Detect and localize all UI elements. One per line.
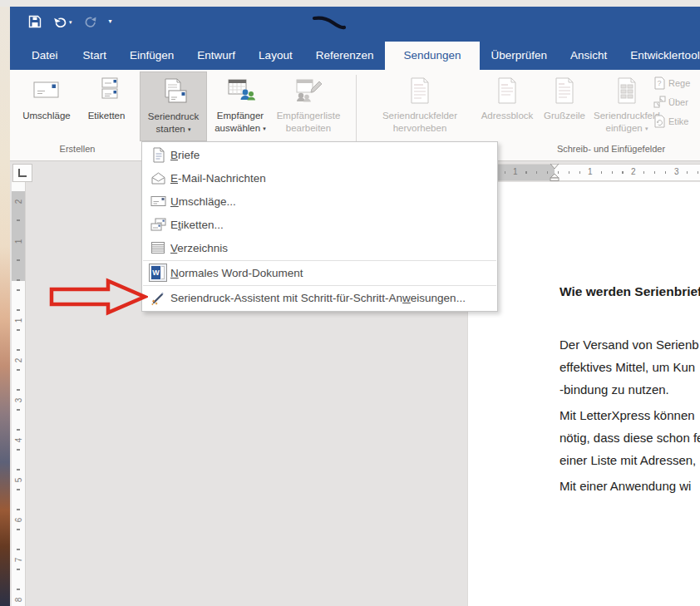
document-text-line: Mit LetterXpress können — [560, 408, 700, 422]
dropdown-caret-icon: ▾ — [263, 126, 266, 131]
grusszeile-button: Grußzeile — [539, 71, 590, 140]
adressblock-button: Adressblock — [474, 71, 540, 140]
greeting-line-icon — [552, 76, 577, 105]
vertical-ruler[interactable]: 2 1 1 2 3 4 5 6 7 8 — [12, 182, 26, 606]
document-text-line: einer Liste mit Adressen, — [560, 453, 700, 467]
vruler-number: 1 — [14, 314, 23, 328]
menu-item-etiketten[interactable]: Etiketten... — [142, 213, 497, 236]
tab-start[interactable]: Start — [71, 42, 119, 70]
tab-layout[interactable]: Layout — [247, 42, 304, 70]
select-recipients-icon — [225, 76, 255, 103]
envelope-icon — [149, 195, 167, 207]
vruler-number: 7 — [14, 554, 23, 567]
hervorheben-label-line2: hervorheben — [393, 123, 447, 133]
annotation-arrow — [48, 278, 148, 317]
rules-icon: ? — [653, 76, 666, 90]
uebereinstimmende-felder-button: Über — [653, 96, 688, 109]
horizontal-ruler[interactable]: 1 1 2 3 — [467, 164, 700, 181]
scribble-annotation — [308, 13, 351, 32]
edit-recipient-list-icon — [293, 76, 323, 103]
seriendruckfeld-einfuegen-button: Seriendruckfeld einfügen ▾ — [590, 71, 663, 140]
adressblock-label: Adressblock — [474, 110, 540, 122]
redo-button — [84, 16, 97, 28]
regeln-label: Rege — [668, 78, 690, 88]
tab-entwicklertools[interactable]: Entwicklertools — [619, 42, 700, 70]
document-text-line: -bindung zu nutzen. — [560, 382, 700, 397]
desktop-wallpaper-strip — [0, 7, 10, 606]
seriendruckfelder-hervorheben-button: Seriendruckfelder hervorheben — [366, 71, 474, 140]
hruler-number: 2 — [629, 167, 638, 176]
group-label-schreibfelder: Schreib- und Einfügefelder — [557, 144, 665, 154]
letter-document-icon — [149, 147, 167, 163]
undo-dropdown-icon[interactable]: ▾ — [69, 19, 72, 25]
tab-einfuegen[interactable]: Einfügen — [118, 42, 185, 70]
etiketten-aktualisieren-label: Etike — [668, 116, 688, 126]
redo-icon — [84, 16, 97, 28]
menu-item-email-nachrichten[interactable]: E-Mail-Nachrichten — [142, 166, 497, 190]
tab-stop-selector[interactable] — [12, 164, 32, 182]
menu-item-verzeichnis[interactable]: Verzeichnis — [142, 236, 497, 259]
tab-sendungen[interactable]: Sendungen — [385, 42, 479, 70]
document-text-line: nötig, dass diese schon fe — [560, 431, 700, 445]
empfaengerliste-bearbeiten-button: Empfängerliste bearbeiten — [274, 71, 343, 140]
hervorheben-label-line1: Seriendruckfelder — [382, 111, 457, 121]
seriendruck-starten-button[interactable]: Seriendruck starten ▾ — [140, 71, 207, 141]
grusszeile-label: Grußzeile — [539, 110, 590, 122]
vruler-number: 2 — [14, 354, 23, 367]
insert-merge-field-icon — [614, 76, 639, 105]
undo-button[interactable]: ▾ — [53, 16, 72, 28]
seriendruck-starten-label-line2: starten — [156, 124, 185, 134]
uebereinstimmende-felder-label: Über — [668, 97, 688, 107]
tab-datei[interactable]: Datei — [18, 42, 71, 70]
empfaenger-label-line1: Empfänger — [217, 111, 264, 121]
menu-item-seriendruck-assistent[interactable]: Seriendruck-Assistent mit Schritt-für-Sc… — [142, 286, 497, 310]
empfaenger-auswaehlen-button[interactable]: Empfänger auswählen ▾ — [208, 71, 273, 140]
etiketten-label: Etiketten — [78, 110, 135, 122]
document-text-line: Der Versand von Serienb — [560, 337, 700, 352]
menu-item-normales-word-dokument[interactable]: W Normales Word-Dokument — [142, 261, 497, 284]
tab-ansicht[interactable]: Ansicht — [559, 42, 619, 70]
vruler-number: 5 — [14, 474, 23, 487]
document-text-line: effektives Mittel, um Kun — [560, 360, 700, 374]
empfaenger-label-line2: auswählen — [214, 123, 260, 133]
wizard-wand-icon — [149, 291, 167, 306]
document-page[interactable]: Wie werden Serienbriefe Der Versand von … — [467, 182, 700, 606]
indent-markers[interactable] — [550, 164, 560, 181]
update-labels-icon — [653, 115, 666, 128]
start-mail-merge-icon — [159, 77, 189, 107]
etiketten-aktualisieren-button: Etike — [653, 115, 688, 128]
vruler-number: 1 — [14, 235, 23, 249]
empfaengerliste-label-line1: Empfängerliste — [277, 111, 341, 121]
hruler-number: 1 — [585, 167, 595, 176]
document-heading: Wie werden Serienbriefe — [560, 284, 700, 299]
match-fields-icon — [653, 96, 666, 109]
save-button[interactable] — [28, 15, 42, 28]
tab-entwurf[interactable]: Entwurf — [185, 42, 247, 70]
umschlaege-label: Umschläge — [17, 110, 76, 122]
vruler-number: 3 — [14, 394, 23, 407]
word-document-icon: W — [149, 264, 167, 282]
group-separator — [356, 75, 357, 146]
menu-item-umschlaege[interactable]: Umschläge... — [142, 190, 497, 213]
tab-ueberpruefen[interactable]: Überprüfen — [480, 42, 560, 70]
ruler-ticks — [467, 171, 700, 174]
dropdown-caret-icon: ▾ — [188, 126, 191, 132]
hruler-number: 3 — [672, 167, 682, 176]
dropdown-caret-icon: ▾ — [645, 126, 648, 131]
customize-qat-button[interactable]: ▾ — [109, 18, 112, 25]
seriendruck-starten-label-line1: Seriendruck — [148, 111, 199, 121]
svg-text:?: ? — [658, 79, 662, 87]
title-bar: ▾ ▾ — [10, 7, 700, 38]
vruler-number: 2 — [14, 195, 23, 209]
empfaengerliste-label-line2: bearbeiten — [286, 123, 331, 133]
customize-qat-caret-icon: ▾ — [109, 18, 112, 25]
tab-referenzen[interactable]: Referenzen — [304, 42, 386, 70]
vruler-number: 4 — [14, 434, 23, 447]
umschlaege-button[interactable]: Umschläge — [17, 71, 76, 140]
undo-icon — [53, 16, 67, 28]
quick-access-toolbar: ▾ ▾ — [28, 15, 112, 28]
highlight-merge-fields-icon — [407, 76, 432, 105]
menu-item-briefe[interactable]: Briefe — [142, 143, 497, 166]
envelope-icon — [32, 76, 62, 103]
etiketten-button[interactable]: Etiketten — [78, 71, 135, 140]
